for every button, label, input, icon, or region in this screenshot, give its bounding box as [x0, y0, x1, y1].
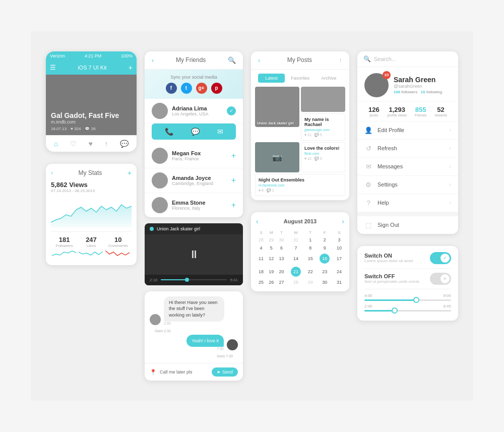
cal-day-29b[interactable]: 29	[305, 278, 316, 286]
twitter-icon[interactable]: t	[181, 83, 192, 94]
phone-action-icon[interactable]: 📞	[165, 128, 173, 136]
heart-icon[interactable]: ♥	[89, 140, 93, 148]
cal-day-23[interactable]: 23	[316, 265, 334, 278]
friend-check-adriana[interactable]: ✓	[227, 106, 236, 115]
cal-day-22[interactable]: 22	[305, 265, 316, 278]
cal-day-8[interactable]: 8	[305, 244, 316, 252]
comments-label: Comments	[105, 243, 131, 248]
comments-count: 10	[105, 236, 131, 243]
cal-day-7[interactable]: 7	[287, 244, 305, 252]
menu-help[interactable]: ? Help ›	[357, 194, 458, 212]
friend-add-emma[interactable]: +	[231, 201, 236, 210]
chat-panel: Hi there! Have you seen the stuff I've b…	[145, 291, 243, 381]
menu-settings[interactable]: ⚙ Settings ›	[357, 176, 458, 194]
slider-1-thumb[interactable]	[413, 297, 419, 303]
slider-2-thumb[interactable]	[392, 307, 398, 314]
chat-action-icon[interactable]: 💬	[191, 128, 200, 136]
posts-grid: Union Jack skater girl My name is Rachae…	[251, 83, 349, 200]
cal-day-20[interactable]: 20	[276, 265, 286, 278]
cal-day-21-highlight[interactable]: 21	[287, 265, 305, 278]
chat-avatar-received	[150, 314, 161, 325]
cal-day-16-today[interactable]: 16	[316, 252, 334, 265]
social-icons: f t g+ p	[152, 83, 236, 94]
cal-day-31a[interactable]: 31	[287, 236, 305, 244]
menu-messages[interactable]: ✉ Messages ›	[357, 158, 458, 176]
cal-day-29a[interactable]: 29	[266, 236, 276, 244]
tab-favorites[interactable]: Favorites	[287, 74, 313, 83]
cal-day-18[interactable]: 18	[256, 265, 266, 278]
cal-day-26[interactable]: 26	[266, 278, 276, 286]
send-button[interactable]: ➤ Send	[212, 367, 238, 377]
cal-day-5[interactable]: 5	[266, 244, 276, 252]
slider-2-track[interactable]	[364, 310, 451, 312]
chat-input[interactable]: Call me later pls	[160, 369, 209, 375]
slider-row-1: 4:00 9:00	[364, 293, 451, 301]
cal-day-10[interactable]: 10	[334, 244, 344, 252]
googleplus-icon[interactable]: g+	[196, 83, 207, 94]
facebook-icon[interactable]: f	[166, 83, 177, 94]
cal-day-15[interactable]: 15	[305, 252, 316, 265]
friend-item-megan: Megan Fox Paris, France +	[145, 144, 243, 168]
post-img-1: Union Jack skater girl	[255, 87, 299, 127]
nav-menu-icon[interactable]: ☰	[50, 64, 56, 71]
cal-day-3[interactable]: 3	[334, 236, 344, 244]
video-screen[interactable]: ⏸	[145, 234, 243, 275]
rewards-count: 52	[434, 106, 447, 113]
cal-day-24[interactable]: 24	[334, 265, 344, 278]
video-panel: Union Jack skater girl ⏸ 2:16 5:41	[145, 223, 243, 285]
cal-day-30a[interactable]: 30	[276, 236, 286, 244]
share-icon[interactable]: ↑	[105, 140, 108, 148]
cal-day-9[interactable]: 9	[316, 244, 334, 252]
slider-row-2: 2:00 9:45	[364, 304, 451, 312]
friend-add-amanda[interactable]: +	[231, 176, 236, 185]
mail-action-icon[interactable]: ✉	[217, 128, 223, 136]
cal-week-2: 4 5 6 7 8 9 10	[256, 244, 344, 252]
cal-next-icon[interactable]: ›	[342, 217, 344, 225]
tab-latest[interactable]: Latest	[258, 74, 285, 83]
menu-edit-profile[interactable]: 👤 Edit Profile ›	[357, 121, 458, 140]
friend-loc-adriana: Los Angeles, USA	[172, 111, 223, 116]
friend-avatar-megan	[152, 148, 168, 164]
cal-day-12[interactable]: 12	[266, 252, 276, 265]
menu-refresh[interactable]: ↺ Refresh ›	[357, 140, 458, 158]
cal-day-30[interactable]: 30	[316, 278, 334, 286]
cal-day-31[interactable]: 31	[334, 278, 344, 286]
cal-day-6[interactable]: 6	[276, 244, 286, 252]
slider-1-track[interactable]	[364, 299, 451, 301]
cal-day-28b[interactable]: 28	[287, 278, 305, 286]
toggle-on[interactable]	[430, 252, 451, 264]
cal-day-25[interactable]: 25	[256, 278, 266, 286]
posts-share-icon[interactable]: ↑	[339, 56, 343, 64]
friends-back-icon[interactable]: ‹	[152, 56, 154, 64]
bookmark-icon[interactable]: ♡	[70, 140, 77, 148]
menu-signout[interactable]: ⬚ Sign Out	[357, 216, 458, 234]
cal-prev-icon[interactable]: ‹	[256, 217, 259, 225]
cal-day-14[interactable]: 14	[287, 252, 305, 265]
posts-back-icon[interactable]: ‹	[258, 56, 260, 64]
cal-day-28a[interactable]: 28	[256, 236, 266, 244]
toggle-off[interactable]	[430, 273, 451, 285]
chat-read-received: Seen 2:31	[150, 329, 238, 335]
cal-day-19[interactable]: 19	[266, 265, 276, 278]
cal-day-11[interactable]: 11	[256, 252, 266, 265]
post-meta-2: ♥ 12 💬 3	[304, 157, 342, 161]
video-progress[interactable]	[161, 279, 227, 280]
stats-back-icon[interactable]: ‹	[51, 169, 53, 176]
home-icon[interactable]: ⌂	[54, 140, 58, 148]
friend-add-megan[interactable]: +	[231, 151, 236, 160]
cal-day-1[interactable]: 1	[305, 236, 316, 244]
tab-archive[interactable]: Archive	[316, 74, 342, 83]
cal-day-17[interactable]: 17	[334, 252, 344, 265]
cal-day-13[interactable]: 13	[276, 252, 286, 265]
nav-add-icon[interactable]: +	[129, 64, 133, 72]
friends-search-icon[interactable]: 🔍	[228, 56, 236, 64]
post-text-1: My name is Rachael glamourgin.com ♥ 21 💬…	[301, 113, 345, 141]
stats-add-icon[interactable]: +	[128, 169, 132, 177]
cal-day-2[interactable]: 2	[316, 236, 334, 244]
pinterest-icon[interactable]: p	[211, 83, 222, 94]
cal-day-27[interactable]: 27	[276, 278, 286, 286]
cal-day-4[interactable]: 4	[256, 244, 266, 252]
search-placeholder[interactable]: Search...	[374, 56, 396, 62]
play-button[interactable]: ⏸	[188, 248, 200, 261]
chat-icon[interactable]: 💬	[120, 140, 129, 148]
